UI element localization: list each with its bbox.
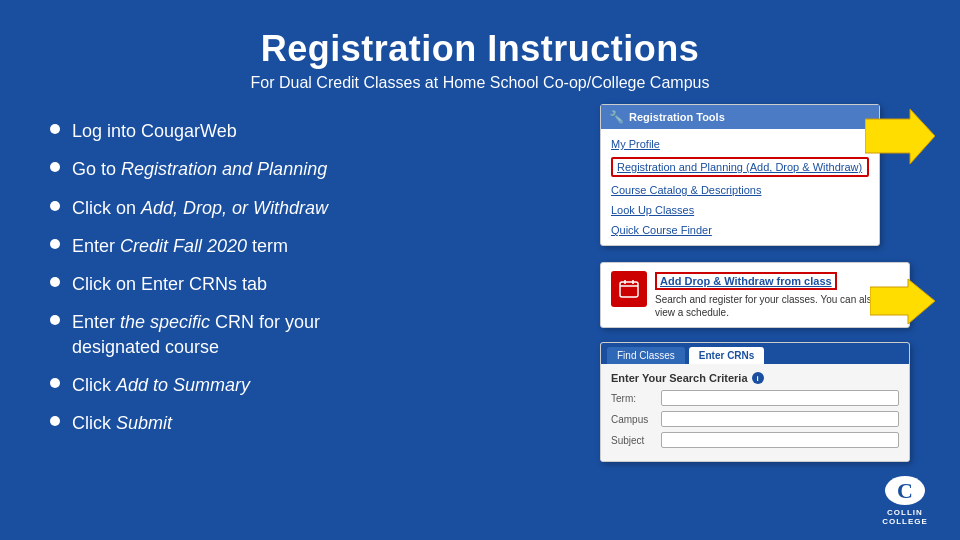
instruction-list: Log into CougarWeb Go to Registration an… <box>50 114 540 450</box>
page-title: Registration Instructions <box>0 0 960 70</box>
add-drop-text: Add Drop & Withdraw from class Search an… <box>655 271 899 319</box>
bullet-text: Enter the specific CRN for yourdesignate… <box>72 310 320 359</box>
bullet-text: Click Add to Summary <box>72 373 250 397</box>
list-item: Go to Registration and Planning <box>50 157 540 181</box>
bullet-dot <box>50 378 60 388</box>
term-label: Term: <box>611 393 661 404</box>
tab-find-classes[interactable]: Find Classes <box>607 347 685 364</box>
bullet-dot <box>50 277 60 287</box>
reg-link-registration[interactable]: Registration and Planning (Add, Drop & W… <box>611 157 869 177</box>
svg-rect-2 <box>620 282 638 297</box>
reg-link-catalog[interactable]: Course Catalog & Descriptions <box>611 183 869 197</box>
search-form-title: Enter Your Search Criteria i <box>611 372 899 384</box>
bullet-text: Click on Add, Drop, or Withdraw <box>72 196 328 220</box>
svg-marker-0 <box>865 109 935 164</box>
term-input[interactable] <box>661 390 899 406</box>
collin-logo: C COLLINCOLLEGE <box>870 476 940 526</box>
collin-college-text: COLLINCOLLEGE <box>882 508 928 526</box>
bullet-text: Go to Registration and Planning <box>72 157 327 181</box>
tabs-row: Find Classes Enter CRNs <box>601 343 909 364</box>
reg-link-finder[interactable]: Quick Course Finder <box>611 223 869 237</box>
add-drop-title[interactable]: Add Drop & Withdraw from class <box>655 272 837 290</box>
collin-circle: C <box>885 476 925 505</box>
campus-input[interactable] <box>661 411 899 427</box>
content-area: Log into CougarWeb Go to Registration an… <box>0 114 960 450</box>
tabs-search-box: Find Classes Enter CRNs Enter Your Searc… <box>600 342 910 462</box>
bullet-dot <box>50 201 60 211</box>
add-drop-desc: Search and register for your classes. Yo… <box>655 293 899 319</box>
add-drop-content: Add Drop & Withdraw from class Search an… <box>601 263 909 327</box>
bullet-text: Click on Enter CRNs tab <box>72 272 267 296</box>
bullet-text: Log into CougarWeb <box>72 119 237 143</box>
list-item: Click on Enter CRNs tab <box>50 272 540 296</box>
reg-tools-box: 🔧 Registration Tools My Profile Registra… <box>600 104 880 246</box>
subject-label: Subject <box>611 435 661 446</box>
reg-tools-title: Registration Tools <box>629 111 725 123</box>
list-item: Click on Add, Drop, or Withdraw <box>50 196 540 220</box>
tools-icon: 🔧 <box>609 110 624 124</box>
form-row-campus: Campus <box>611 411 899 427</box>
form-row-subject: Subject <box>611 432 899 448</box>
bullet-dot <box>50 416 60 426</box>
yellow-arrow-mid <box>870 279 935 328</box>
reg-link-lookup[interactable]: Look Up Classes <box>611 203 869 217</box>
subject-input[interactable] <box>661 432 899 448</box>
reg-link-profile[interactable]: My Profile <box>611 137 869 151</box>
add-drop-row: Add Drop & Withdraw from class Search an… <box>611 271 899 319</box>
list-item: Enter the specific CRN for yourdesignate… <box>50 310 540 359</box>
tab-enter-crns[interactable]: Enter CRNs <box>689 347 765 364</box>
list-item: Enter Credit Fall 2020 term <box>50 234 540 258</box>
list-item: Click Submit <box>50 411 540 435</box>
info-icon: i <box>752 372 764 384</box>
svg-marker-1 <box>870 279 935 324</box>
bullet-dot <box>50 239 60 249</box>
list-item: Click Add to Summary <box>50 373 540 397</box>
reg-tools-links: My Profile Registration and Planning (Ad… <box>601 129 879 245</box>
bullet-dot <box>50 162 60 172</box>
collin-c-letter: C <box>897 478 913 504</box>
add-drop-box: Add Drop & Withdraw from class Search an… <box>600 262 910 328</box>
yellow-arrow-top <box>865 109 935 168</box>
list-item: Log into CougarWeb <box>50 119 540 143</box>
calendar-icon <box>611 271 647 307</box>
bullet-text: Click Submit <box>72 411 172 435</box>
bullet-dot <box>50 124 60 134</box>
bullet-text: Enter Credit Fall 2020 term <box>72 234 288 258</box>
right-panel: 🔧 Registration Tools My Profile Registra… <box>540 114 940 450</box>
page-subtitle: For Dual Credit Classes at Home School C… <box>0 74 960 92</box>
campus-label: Campus <box>611 414 661 425</box>
form-row-term: Term: <box>611 390 899 406</box>
bullet-dot <box>50 315 60 325</box>
search-form: Enter Your Search Criteria i Term: Campu… <box>601 364 909 461</box>
reg-tools-header: 🔧 Registration Tools <box>601 105 879 129</box>
